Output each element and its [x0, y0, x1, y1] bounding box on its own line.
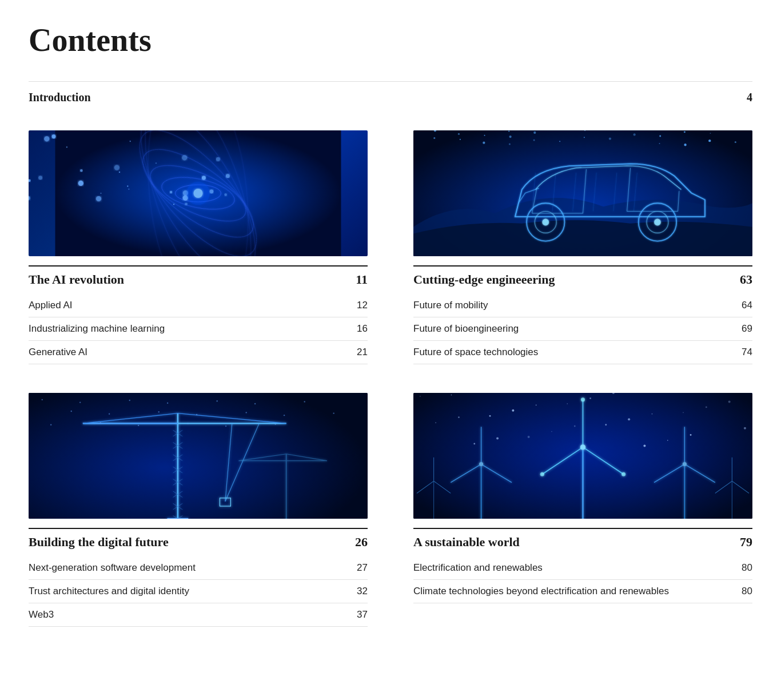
section-image-sustainable [413, 393, 752, 519]
item-label: Climate technologies beyond electrificat… [413, 586, 669, 597]
section-items-digital: Next-generation software development27Tr… [29, 556, 368, 627]
svg-point-162 [744, 427, 746, 429]
item-label: Future of bioengineering [413, 323, 519, 335]
list-item: Trust architectures and digital identity… [29, 580, 368, 603]
svg-point-16 [44, 136, 49, 141]
svg-point-159 [628, 418, 630, 420]
svg-point-130 [217, 400, 218, 401]
svg-point-67 [508, 131, 509, 132]
svg-point-43 [226, 174, 230, 178]
svg-point-33 [156, 162, 157, 164]
svg-point-145 [420, 396, 421, 397]
list-item: Generative AI21 [29, 341, 368, 364]
svg-point-11 [202, 176, 206, 180]
svg-point-80 [509, 144, 511, 145]
svg-point-89 [735, 141, 736, 143]
section-items-sustainable: Electrification and renewables80Climate … [413, 556, 752, 603]
svg-point-70 [584, 137, 585, 138]
svg-point-163 [451, 394, 452, 395]
svg-point-166 [567, 403, 568, 404]
section-title-digital: Building the digital future [29, 535, 169, 550]
item-page: 64 [742, 300, 752, 311]
svg-point-137 [109, 413, 110, 414]
list-item: Future of space technologies74 [413, 341, 752, 364]
svg-point-77 [433, 137, 435, 139]
svg-point-126 [100, 422, 101, 423]
svg-point-176 [540, 472, 544, 476]
svg-point-21 [128, 188, 129, 189]
item-page: 16 [357, 323, 368, 335]
svg-point-81 [533, 132, 536, 134]
item-label: Next-generation software development [29, 562, 196, 574]
svg-point-47 [52, 134, 56, 138]
section-block-ai: The AI revolution11Applied AI12Industria… [29, 130, 368, 364]
svg-point-164 [489, 415, 491, 416]
svg-point-152 [690, 434, 692, 436]
svg-point-134 [333, 412, 334, 413]
svg-rect-94 [29, 393, 368, 519]
section-block-digital: Building the digital future26Next-genera… [29, 393, 368, 627]
svg-point-158 [589, 397, 591, 399]
intro-label: Introduction [29, 91, 91, 104]
item-page: 32 [357, 586, 368, 597]
svg-point-29 [127, 185, 128, 186]
section-page-digital: 26 [355, 535, 368, 550]
item-page: 12 [357, 300, 368, 311]
svg-point-42 [224, 193, 226, 196]
svg-point-177 [621, 472, 625, 476]
svg-point-168 [643, 444, 645, 447]
item-label: Generative AI [29, 347, 87, 358]
svg-point-141 [225, 425, 226, 427]
sections-grid: The AI revolution11Applied AI12Industria… [29, 130, 752, 627]
section-header-engineering: Cutting-edge engineeering63 [413, 265, 752, 287]
svg-point-175 [581, 397, 585, 401]
list-item: Climate technologies beyond electrificat… [413, 580, 752, 603]
svg-point-10 [170, 190, 172, 193]
list-item: Industrializing machine learning16 [29, 317, 368, 341]
list-item: Applied AI12 [29, 294, 368, 317]
section-header-ai: The AI revolution11 [29, 265, 368, 287]
list-item: Web337 [29, 603, 368, 627]
svg-point-86 [659, 135, 661, 137]
svg-point-139 [167, 402, 168, 403]
item-page: 69 [742, 323, 752, 335]
section-items-engineering: Future of mobility64Future of bioenginee… [413, 294, 752, 364]
section-page-engineering: 63 [740, 272, 752, 287]
svg-point-124 [42, 399, 43, 400]
svg-point-157 [551, 431, 552, 432]
svg-point-143 [284, 415, 285, 416]
svg-point-40 [96, 196, 101, 201]
list-item: Future of mobility64 [413, 294, 752, 317]
svg-point-9 [101, 193, 102, 194]
svg-point-13 [130, 141, 131, 142]
svg-point-142 [254, 403, 256, 404]
svg-point-75 [708, 140, 711, 142]
svg-point-151 [652, 413, 653, 415]
svg-point-38 [29, 179, 30, 181]
svg-point-167 [605, 424, 607, 425]
intro-row: Introduction 4 [29, 81, 752, 113]
section-items-ai: Applied AI12Industrializing machine lear… [29, 294, 368, 364]
svg-point-161 [706, 406, 707, 408]
svg-point-74 [684, 131, 686, 133]
section-title-engineering: Cutting-edge engineeering [413, 272, 555, 287]
svg-point-169 [683, 412, 684, 413]
section-image-digital [29, 393, 368, 519]
svg-point-39 [38, 176, 42, 180]
svg-point-133 [304, 401, 305, 402]
svg-point-129 [188, 423, 189, 424]
intro-page: 4 [747, 91, 752, 104]
svg-point-19 [210, 189, 214, 193]
svg-point-48 [114, 165, 119, 170]
svg-point-27 [216, 157, 220, 161]
svg-point-91 [460, 139, 461, 140]
svg-point-187 [683, 462, 687, 466]
list-item: Future of bioengineering69 [413, 317, 752, 341]
svg-point-82 [559, 141, 560, 142]
svg-point-65 [458, 133, 460, 135]
svg-point-149 [574, 425, 576, 427]
page-title: Contents [29, 23, 752, 58]
svg-point-136 [79, 401, 81, 403]
section-page-ai: 11 [356, 272, 368, 287]
svg-point-72 [633, 133, 635, 136]
